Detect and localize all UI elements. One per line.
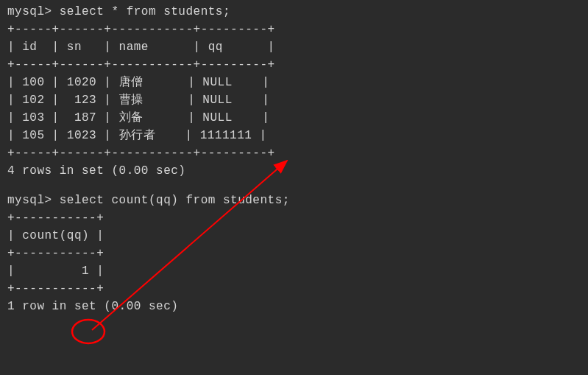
table1-row: | 103 | 187 | 刘备 | NULL | bbox=[7, 109, 581, 127]
query-line-2: mysql> select count(qq) from students; bbox=[7, 192, 581, 209]
mysql-prompt: mysql> bbox=[7, 5, 52, 18]
mysql-prompt: mysql> bbox=[7, 194, 52, 207]
status-1: 4 rows in set (0.00 sec) bbox=[7, 162, 581, 180]
query-text-2: select count(qq) from students; bbox=[60, 194, 290, 207]
table2-divider-mid: +-----------+ bbox=[7, 245, 581, 262]
table2-header: | count(qq) | bbox=[7, 227, 581, 245]
table2-divider-bottom: +-----------+ bbox=[7, 280, 581, 298]
table1-header: | id | sn | name | qq | bbox=[7, 38, 581, 56]
table1-row: | 100 | 1020 | 唐僧 | NULL | bbox=[7, 74, 581, 91]
status-2: 1 row in set (0.00 sec) bbox=[7, 298, 581, 315]
table1-divider-top: +-----+------+-----------+---------+ bbox=[7, 21, 581, 38]
query-text-1: select * from students; bbox=[60, 5, 230, 18]
query-line-1: mysql> select * from students; bbox=[7, 3, 581, 21]
table1-divider-mid: +-----+------+-----------+---------+ bbox=[7, 56, 581, 74]
table2-divider-top: +-----------+ bbox=[7, 209, 581, 227]
table2-row: | 1 | bbox=[7, 262, 581, 280]
table1-row: | 102 | 123 | 曹操 | NULL | bbox=[7, 91, 581, 109]
annotation-circle bbox=[72, 320, 105, 343]
table1-row: | 105 | 1023 | 孙行者 | 1111111 | bbox=[7, 127, 581, 144]
table1-divider-bottom: +-----+------+-----------+---------+ bbox=[7, 144, 581, 162]
